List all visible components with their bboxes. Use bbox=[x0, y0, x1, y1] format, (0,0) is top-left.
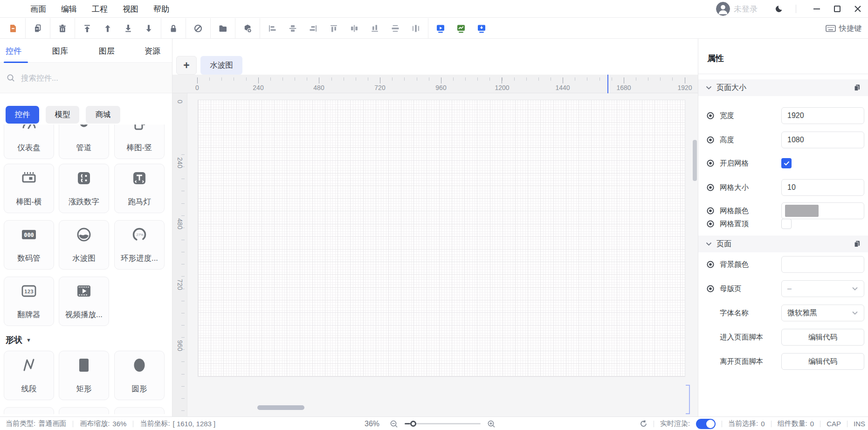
section-page[interactable]: 页面 bbox=[698, 236, 868, 252]
grid-enable-checkbox[interactable] bbox=[781, 158, 792, 168]
zoom-in-icon[interactable] bbox=[487, 420, 496, 428]
bind-dot-icon[interactable] bbox=[706, 207, 715, 215]
close-button[interactable] bbox=[847, 0, 868, 18]
bind-dot-icon[interactable] bbox=[706, 183, 715, 192]
menu-edit[interactable]: 编辑 bbox=[61, 4, 77, 14]
align-bottom-icon[interactable] bbox=[365, 19, 385, 38]
component-water-wave[interactable]: 水波图 bbox=[59, 220, 109, 270]
login-status[interactable]: 未登录 bbox=[734, 4, 758, 14]
menubar: 画面 编辑 工程 视图 帮助 bbox=[30, 0, 169, 18]
component-video-player[interactable]: 视频播放... bbox=[59, 277, 109, 326]
save-icon[interactable] bbox=[3, 19, 23, 38]
tab-gallery[interactable]: 图库 bbox=[52, 39, 68, 63]
height-input[interactable] bbox=[781, 132, 864, 148]
align-top-icon[interactable] bbox=[324, 19, 344, 38]
refresh-icon[interactable] bbox=[640, 420, 648, 428]
menu-help[interactable]: 帮助 bbox=[153, 4, 169, 14]
component-bar-vertical[interactable]: 棒图-竖 bbox=[114, 125, 165, 159]
menu-project[interactable]: 工程 bbox=[92, 4, 108, 14]
align-right-icon[interactable] bbox=[303, 19, 324, 38]
filter-widgets-button[interactable]: 控件 bbox=[6, 106, 39, 124]
minimize-button[interactable] bbox=[806, 0, 827, 18]
delete-icon[interactable] bbox=[52, 19, 73, 38]
component-bar-horizontal[interactable]: 棒图-横 bbox=[4, 164, 54, 213]
shapes-section-header[interactable]: 形状 ▼ bbox=[6, 334, 31, 346]
svg-text:000: 000 bbox=[24, 232, 34, 238]
menu-view[interactable]: 视图 bbox=[123, 4, 138, 14]
move-down-icon[interactable] bbox=[138, 19, 159, 38]
align-left-icon[interactable] bbox=[262, 19, 282, 38]
tab-resources[interactable]: 资源 bbox=[145, 39, 160, 63]
folder-icon[interactable] bbox=[213, 19, 233, 38]
align-horizontal-center-icon[interactable] bbox=[344, 19, 365, 38]
tab-layers[interactable]: 图层 bbox=[99, 39, 115, 63]
component-card-partial[interactable] bbox=[59, 407, 109, 414]
zoom-slider[interactable] bbox=[409, 423, 481, 424]
component-ring-progress[interactable]: 27% 环形进度... bbox=[114, 220, 165, 270]
dark-mode-icon[interactable] bbox=[775, 5, 784, 13]
maximize-button[interactable] bbox=[827, 0, 847, 18]
align-vertical-center-icon[interactable] bbox=[282, 19, 303, 38]
shape-circle[interactable]: 圆形 bbox=[114, 351, 165, 400]
panel-title: 属性 bbox=[707, 53, 724, 64]
lock-icon[interactable] bbox=[163, 19, 184, 38]
send-to-back-icon[interactable] bbox=[118, 19, 138, 38]
shape-rectangle[interactable]: 矩形 bbox=[59, 351, 109, 400]
bind-dot-icon[interactable] bbox=[706, 260, 715, 269]
menu-screen[interactable]: 画面 bbox=[30, 4, 46, 14]
copy-section-icon[interactable] bbox=[854, 84, 861, 91]
flip-counter-icon: 123 bbox=[4, 283, 54, 299]
shortcuts-button[interactable]: 快捷键 bbox=[826, 18, 861, 39]
hide-icon[interactable] bbox=[188, 19, 208, 38]
horizontal-scrollbar[interactable] bbox=[257, 405, 304, 410]
grid-top-checkbox[interactable] bbox=[781, 219, 792, 229]
zoom-slider-knob[interactable] bbox=[410, 421, 416, 427]
component-pipe[interactable]: 管道 bbox=[59, 125, 109, 159]
master-page-select[interactable]: – bbox=[781, 280, 864, 297]
bg-color-input[interactable] bbox=[781, 256, 864, 273]
design-page[interactable] bbox=[198, 100, 685, 377]
user-avatar-icon[interactable] bbox=[716, 2, 730, 16]
zoom-out-icon[interactable] bbox=[390, 420, 398, 428]
search-icon bbox=[7, 74, 15, 83]
add-page-button[interactable]: + bbox=[176, 56, 197, 75]
component-updown-number[interactable]: 涨跌数字 bbox=[59, 164, 109, 213]
download-icon[interactable] bbox=[471, 19, 492, 38]
grid-size-input[interactable] bbox=[781, 179, 864, 196]
filter-models-button[interactable]: 模型 bbox=[46, 106, 79, 124]
leave-script-edit-button[interactable]: 编辑代码 bbox=[781, 353, 864, 370]
width-input[interactable] bbox=[781, 107, 864, 124]
component-card-partial[interactable] bbox=[4, 407, 54, 414]
move-up-icon[interactable] bbox=[97, 19, 118, 38]
video-player-icon bbox=[59, 283, 109, 299]
render-icon[interactable] bbox=[451, 19, 471, 38]
vertical-scrollbar[interactable] bbox=[693, 140, 697, 181]
bring-to-front-icon[interactable] bbox=[77, 19, 97, 38]
bind-dot-icon[interactable] bbox=[706, 159, 715, 167]
font-name-select[interactable]: 微软雅黑 bbox=[781, 305, 864, 321]
component-digital-tube[interactable]: 000 数码管 bbox=[4, 220, 54, 270]
distribute-rows-icon[interactable] bbox=[385, 19, 406, 38]
page-tab-active[interactable]: 水波图 bbox=[200, 56, 242, 75]
copy-section-icon[interactable] bbox=[854, 240, 861, 248]
bind-dot-icon[interactable] bbox=[706, 111, 715, 120]
tab-widgets[interactable]: 控件 bbox=[6, 39, 21, 63]
preview-icon[interactable] bbox=[430, 19, 451, 38]
grid-color-swatch[interactable] bbox=[785, 205, 819, 217]
enter-script-edit-button[interactable]: 编辑代码 bbox=[781, 329, 864, 346]
bind-dot-icon[interactable] bbox=[706, 220, 715, 228]
component-gauge[interactable]: 仪表盘 bbox=[4, 125, 54, 159]
filter-market-button[interactable]: 商城 bbox=[86, 106, 120, 124]
distribute-columns-icon[interactable] bbox=[406, 19, 426, 38]
component-marquee[interactable]: 跑马灯 bbox=[114, 164, 165, 213]
canvas-area: + 水波图 0 240 480 720 960 1200 1440 1680 1… bbox=[172, 39, 698, 416]
component-card-partial[interactable] bbox=[114, 407, 165, 414]
copy-icon[interactable] bbox=[28, 19, 48, 38]
realtime-render-toggle[interactable] bbox=[696, 419, 716, 429]
add-component-icon[interactable] bbox=[237, 19, 258, 38]
shape-line[interactable]: 线段 bbox=[4, 351, 54, 400]
bind-dot-icon[interactable] bbox=[706, 284, 715, 293]
bind-dot-icon[interactable] bbox=[706, 136, 715, 144]
section-page-size[interactable]: 页面大小 bbox=[698, 79, 868, 96]
search-input[interactable] bbox=[20, 73, 151, 83]
